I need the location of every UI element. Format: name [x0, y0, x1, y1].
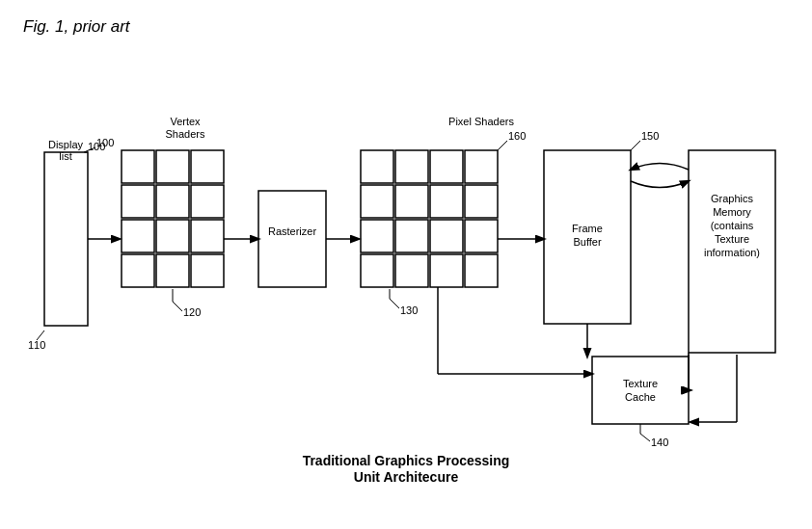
svg-rect-29	[465, 150, 498, 183]
label-110: 110	[28, 339, 45, 351]
svg-rect-37	[465, 220, 498, 252]
svg-line-47	[631, 141, 640, 150]
svg-rect-52	[592, 357, 689, 424]
svg-rect-40	[430, 254, 463, 287]
svg-rect-35	[395, 220, 428, 252]
frame-buffer-label2: Buffer	[573, 236, 601, 248]
frame-buffer-label: Frame	[572, 223, 603, 234]
vertex-shaders-label2: Shaders	[166, 128, 205, 140]
svg-rect-14	[191, 185, 224, 218]
label-140: 140	[651, 436, 668, 448]
svg-rect-19	[156, 254, 189, 287]
graphics-memory-label5: information)	[704, 247, 760, 258]
graphics-memory-label4: Texture	[715, 233, 749, 245]
svg-text:list: list	[59, 150, 71, 162]
svg-rect-12	[122, 185, 154, 218]
label-150: 150	[641, 130, 659, 142]
svg-rect-26	[361, 150, 393, 183]
pixel-shaders-label: Pixel Shaders	[448, 116, 514, 127]
label-160: 160	[508, 130, 526, 142]
svg-rect-16	[156, 220, 189, 252]
label-120: 120	[183, 306, 201, 318]
svg-rect-33	[465, 185, 498, 218]
svg-rect-27	[395, 150, 428, 183]
svg-rect-39	[395, 254, 428, 287]
svg-rect-24	[258, 191, 326, 287]
svg-rect-0	[44, 152, 88, 326]
svg-rect-17	[191, 220, 224, 252]
svg-rect-38	[361, 254, 393, 287]
caption-line2: Unit Architecure	[354, 469, 459, 485]
graphics-memory-label1: Graphics	[711, 193, 754, 204]
texture-cache-label1: Texture	[623, 378, 658, 389]
svg-rect-28	[430, 150, 463, 183]
svg-line-44	[498, 141, 507, 150]
svg-rect-13	[156, 185, 189, 218]
graphics-memory-label2: Memory	[713, 206, 751, 218]
svg-rect-11	[191, 150, 224, 183]
svg-line-54	[640, 434, 650, 441]
svg-rect-18	[122, 254, 154, 287]
svg-line-43	[390, 299, 399, 308]
svg-rect-30	[361, 185, 393, 218]
vertex-shaders-label: Vertex	[170, 116, 201, 127]
rasterizer-label: Rasterizer	[268, 225, 316, 237]
diagram-svg: Display list 100 100 110 Vertex Shaders	[23, 46, 789, 489]
svg-rect-32	[430, 185, 463, 218]
svg-rect-41	[465, 254, 498, 287]
svg-rect-36	[430, 220, 463, 252]
page: Fig. 1, prior art Display list 100	[0, 0, 812, 529]
svg-line-22	[173, 302, 182, 311]
label-130: 130	[400, 304, 418, 316]
svg-rect-34	[361, 220, 393, 252]
label-100: 100	[96, 137, 114, 148]
svg-rect-20	[191, 254, 224, 287]
svg-rect-31	[395, 185, 428, 218]
figure-title: Fig. 1, prior art	[23, 17, 789, 37]
diagram-area: Display list 100 100 110 Vertex Shaders	[23, 46, 789, 489]
texture-cache-label2: Cache	[625, 391, 656, 403]
svg-rect-10	[156, 150, 189, 183]
svg-rect-15	[122, 220, 154, 252]
svg-rect-9	[122, 150, 154, 183]
caption-line1: Traditional Graphics Processing	[303, 453, 510, 468]
svg-text:Display: Display	[48, 139, 84, 150]
graphics-memory-label3: (contains	[711, 220, 754, 231]
